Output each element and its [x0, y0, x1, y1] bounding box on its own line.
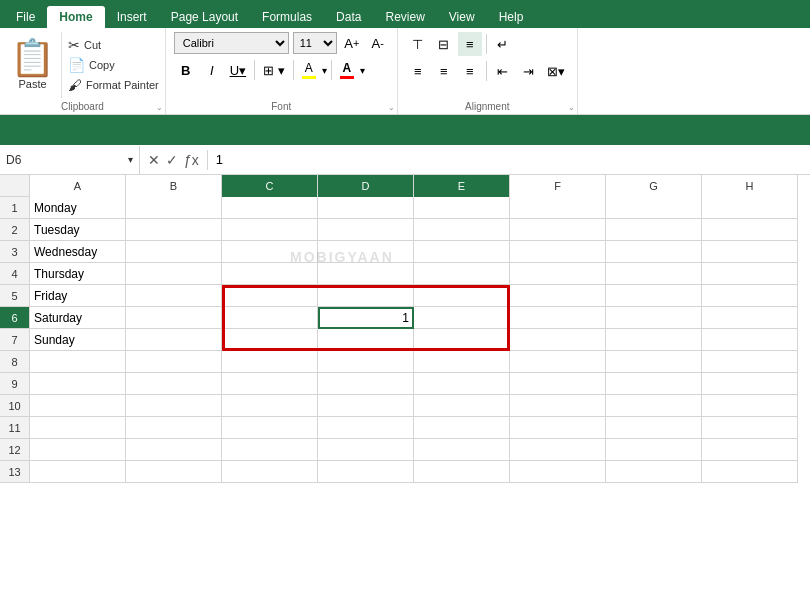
cell-h7[interactable]	[702, 329, 798, 351]
font-size-decrease-button[interactable]: A-	[367, 32, 389, 54]
cell-g13[interactable]	[606, 461, 702, 483]
cell-a7[interactable]: Sunday	[30, 329, 126, 351]
cell-c2[interactable]	[222, 219, 318, 241]
cell-c7[interactable]	[222, 329, 318, 351]
cell-h10[interactable]	[702, 395, 798, 417]
corner-cell[interactable]	[0, 175, 30, 197]
cell-b5[interactable]	[126, 285, 222, 307]
paste-button[interactable]: 📋 Paste	[4, 32, 62, 98]
cell-h6[interactable]	[702, 307, 798, 329]
cell-f7[interactable]	[510, 329, 606, 351]
format-painter-button[interactable]: 🖌 Format Painter	[66, 76, 161, 94]
row-header-7[interactable]: 7	[0, 329, 30, 351]
row-header-1[interactable]: 1	[0, 197, 30, 219]
tab-file[interactable]: File	[4, 6, 47, 28]
cell-e13[interactable]	[414, 461, 510, 483]
decrease-indent-button[interactable]: ⇤	[491, 59, 515, 83]
clipboard-expand-icon[interactable]: ⌄	[156, 103, 163, 112]
tab-review[interactable]: Review	[373, 6, 436, 28]
col-header-h[interactable]: H	[702, 175, 798, 197]
tab-formulas[interactable]: Formulas	[250, 6, 324, 28]
confirm-formula-button[interactable]: ✓	[164, 150, 180, 170]
cell-f2[interactable]	[510, 219, 606, 241]
cell-e9[interactable]	[414, 373, 510, 395]
cell-c13[interactable]	[222, 461, 318, 483]
font-size-increase-button[interactable]: A+	[341, 32, 363, 54]
cell-e2[interactable]	[414, 219, 510, 241]
row-header-11[interactable]: 11	[0, 417, 30, 439]
cell-d5[interactable]	[318, 285, 414, 307]
cell-a5[interactable]: Friday	[30, 285, 126, 307]
row-header-2[interactable]: 2	[0, 219, 30, 241]
cell-b2[interactable]	[126, 219, 222, 241]
col-header-e[interactable]: E	[414, 175, 510, 197]
cell-b11[interactable]	[126, 417, 222, 439]
font-name-select[interactable]: Calibri	[174, 32, 289, 54]
cell-e11[interactable]	[414, 417, 510, 439]
cell-g3[interactable]	[606, 241, 702, 263]
cell-ref-dropdown-icon[interactable]: ▾	[128, 154, 133, 165]
cell-f12[interactable]	[510, 439, 606, 461]
cell-g4[interactable]	[606, 263, 702, 285]
cell-b7[interactable]	[126, 329, 222, 351]
cell-a2[interactable]: Tuesday	[30, 219, 126, 241]
tab-insert[interactable]: Insert	[105, 6, 159, 28]
cell-h9[interactable]	[702, 373, 798, 395]
cell-c6[interactable]	[222, 307, 318, 329]
cell-h13[interactable]	[702, 461, 798, 483]
cell-c9[interactable]	[222, 373, 318, 395]
cell-f10[interactable]	[510, 395, 606, 417]
cell-c12[interactable]	[222, 439, 318, 461]
tab-page-layout[interactable]: Page Layout	[159, 6, 250, 28]
cell-e10[interactable]	[414, 395, 510, 417]
cell-b4[interactable]	[126, 263, 222, 285]
cell-e12[interactable]	[414, 439, 510, 461]
row-header-12[interactable]: 12	[0, 439, 30, 461]
cell-f4[interactable]	[510, 263, 606, 285]
cell-h5[interactable]	[702, 285, 798, 307]
cell-d13[interactable]	[318, 461, 414, 483]
align-center-button[interactable]: ≡	[432, 59, 456, 83]
cell-g10[interactable]	[606, 395, 702, 417]
align-right-button[interactable]: ≡	[458, 59, 482, 83]
cell-c1[interactable]	[222, 197, 318, 219]
cell-b13[interactable]	[126, 461, 222, 483]
cell-g11[interactable]	[606, 417, 702, 439]
cell-a13[interactable]	[30, 461, 126, 483]
cell-d2[interactable]	[318, 219, 414, 241]
increase-indent-button[interactable]: ⇥	[517, 59, 541, 83]
cell-c10[interactable]	[222, 395, 318, 417]
cell-g5[interactable]	[606, 285, 702, 307]
formula-input[interactable]	[208, 146, 810, 174]
cell-f6[interactable]	[510, 307, 606, 329]
cell-c5[interactable]	[222, 285, 318, 307]
font-color-button[interactable]: A	[336, 59, 358, 81]
cell-d7[interactable]	[318, 329, 414, 351]
cell-g6[interactable]	[606, 307, 702, 329]
col-header-b[interactable]: B	[126, 175, 222, 197]
cell-h3[interactable]	[702, 241, 798, 263]
cell-d6[interactable]: 1	[318, 307, 414, 329]
cell-b1[interactable]	[126, 197, 222, 219]
cancel-formula-button[interactable]: ✕	[146, 150, 162, 170]
cell-g12[interactable]	[606, 439, 702, 461]
cell-f11[interactable]	[510, 417, 606, 439]
cell-c8[interactable]	[222, 351, 318, 373]
tab-help[interactable]: Help	[487, 6, 536, 28]
cell-c11[interactable]	[222, 417, 318, 439]
cell-a1[interactable]: Monday	[30, 197, 126, 219]
cell-c3[interactable]	[222, 241, 318, 263]
wrap-text-button[interactable]: ↵	[491, 32, 515, 56]
col-header-f[interactable]: F	[510, 175, 606, 197]
cell-e3[interactable]	[414, 241, 510, 263]
font-expand-icon[interactable]: ⌄	[388, 103, 395, 112]
align-top-button[interactable]: ⊤	[406, 32, 430, 56]
cell-d4[interactable]	[318, 263, 414, 285]
cell-e5[interactable]	[414, 285, 510, 307]
cell-d10[interactable]	[318, 395, 414, 417]
cell-b8[interactable]	[126, 351, 222, 373]
cell-reference-box[interactable]: D6 ▾	[0, 146, 140, 174]
insert-function-button[interactable]: ƒx	[182, 150, 201, 170]
col-header-d[interactable]: D	[318, 175, 414, 197]
cell-f8[interactable]	[510, 351, 606, 373]
